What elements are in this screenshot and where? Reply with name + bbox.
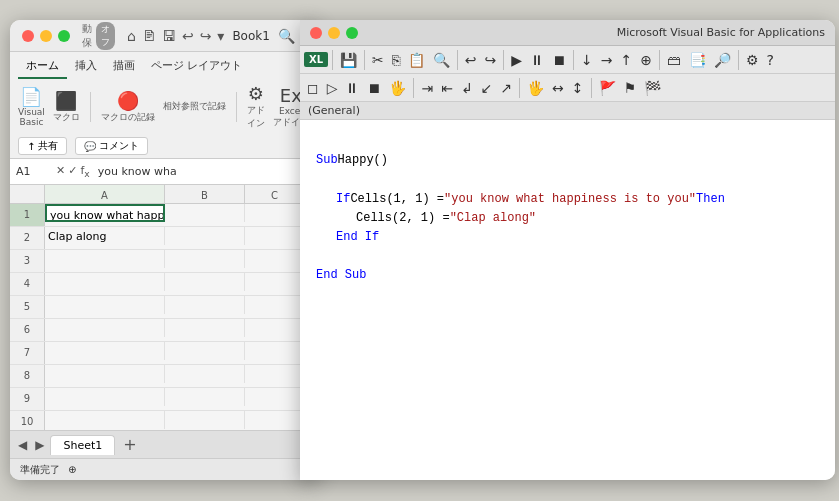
cell-b8[interactable] [165,365,245,383]
search-icon[interactable]: 🔍 [278,28,295,44]
vba-code-area[interactable]: Sub Happy() If Cells(1, 1) = "you know w… [300,120,835,480]
folder-icon[interactable]: 🖹 [142,28,156,44]
tab-layout[interactable]: ページ レイアウト [143,54,251,79]
vba-close-button[interactable] [310,27,322,39]
share-button[interactable]: ↑ 共有 [18,137,67,155]
addin-icon[interactable]: ⚙ [248,83,264,104]
cell-b9[interactable] [165,388,245,406]
cell-b6[interactable] [165,319,245,337]
undo-icon[interactable]: ↩ [182,28,194,44]
cell-c8[interactable] [245,365,305,383]
cell-c1[interactable] [245,204,305,222]
cell-b5[interactable] [165,296,245,314]
tb2-icon-8[interactable]: ↲ [458,78,476,98]
step-into-icon[interactable]: ↓ [578,50,596,70]
comment-button[interactable]: 💬 コメント [75,137,148,155]
cell-a8[interactable] [45,365,165,383]
cell-c9[interactable] [245,388,305,406]
cell-c5[interactable] [245,296,305,314]
tb2-icon-1[interactable]: ◻ [304,78,322,98]
cut-icon[interactable]: ✂ [369,50,387,70]
formula-input[interactable]: you know wha [94,165,314,178]
vba-minimize-button[interactable] [328,27,340,39]
col-header-c[interactable]: C [245,185,305,203]
help-icon[interactable]: ? [764,50,777,70]
cell-b10[interactable] [165,411,245,429]
more1-icon[interactable]: ⚙ [743,50,762,70]
cell-a1[interactable]: you know what happiness is to you [45,204,165,222]
insert-function-icon[interactable]: fx [80,164,89,179]
cell-c4[interactable] [245,273,305,291]
tab-home[interactable]: ホーム [18,54,67,79]
cell-b2[interactable] [165,227,245,245]
tb2-icon-10[interactable]: ↗ [497,78,515,98]
visual-basic-icon[interactable]: 📄 [20,86,42,107]
cancel-formula-icon[interactable]: ✕ [56,164,65,179]
vba-excel-icon[interactable]: XL [304,52,328,67]
tb2-icon-13[interactable]: ↕ [569,78,587,98]
maximize-button[interactable] [58,30,70,42]
tb2-icon-4[interactable]: ⏹ [364,78,384,98]
cell-c10[interactable] [245,411,305,429]
record-icon[interactable]: 🔴 [117,90,139,111]
tb2-icon-5[interactable]: 🖐 [386,78,409,98]
col-header-a[interactable]: A [45,185,165,203]
cell-a4[interactable] [45,273,165,291]
tb2-icon-6[interactable]: ⇥ [418,78,436,98]
cell-b1[interactable] [165,204,245,222]
general-label[interactable]: (General) [308,104,360,117]
tb2-icon-3[interactable]: ⏸ [342,78,362,98]
cell-a9[interactable] [45,388,165,406]
paste-icon[interactable]: 📋 [405,50,428,70]
copy-icon[interactable]: ⎘ [389,50,403,70]
tab-insert[interactable]: 挿入 [67,54,105,79]
close-button[interactable] [22,30,34,42]
object-browser-icon[interactable]: 🔎 [711,50,734,70]
cursor-icon[interactable]: ⊕ [637,50,655,70]
cell-reference[interactable]: A1 [16,165,52,178]
cell-a2[interactable]: Clap along [45,227,165,245]
tb2-icon-16[interactable]: 🏁 [641,78,664,98]
confirm-formula-icon[interactable]: ✓ [68,164,77,179]
props-icon[interactable]: 📑 [686,50,709,70]
tab-draw[interactable]: 描画 [105,54,143,79]
col-header-b[interactable]: B [165,185,245,203]
macro-icon[interactable]: ⬛ [55,90,77,111]
autosave-badge[interactable]: オフ [96,22,115,50]
tb2-icon-11[interactable]: 🖐 [524,78,547,98]
cell-b7[interactable] [165,342,245,360]
cell-b4[interactable] [165,273,245,291]
cell-c2[interactable] [245,227,305,245]
sheet-nav-right[interactable]: ▶ [33,436,46,454]
home-icon[interactable]: ⌂ [127,28,136,44]
add-sheet-button[interactable]: + [119,435,140,454]
step-over-icon[interactable]: → [598,50,616,70]
cell-a10[interactable] [45,411,165,429]
sheet-tab-1[interactable]: Sheet1 [50,435,115,455]
sheet-nav-left[interactable]: ◀ [16,436,29,454]
tb2-icon-7[interactable]: ⇤ [438,78,456,98]
minimize-button[interactable] [40,30,52,42]
cell-c6[interactable] [245,319,305,337]
save-tb-icon[interactable]: 💾 [337,50,360,70]
tb2-icon-14[interactable]: 🚩 [596,78,619,98]
vba-maximize-button[interactable] [346,27,358,39]
project-icon[interactable]: 🗃 [664,50,684,70]
cell-c7[interactable] [245,342,305,360]
tb2-icon-9[interactable]: ↙ [478,78,496,98]
cell-b3[interactable] [165,250,245,268]
save-icon[interactable]: 🖫 [162,28,176,44]
pause-icon[interactable]: ⏸ [527,50,547,70]
cell-c3[interactable] [245,250,305,268]
undo-vba-icon[interactable]: ↩ [462,50,480,70]
more-icon[interactable]: ▾ [217,28,224,44]
redo-icon[interactable]: ↪ [200,28,212,44]
cell-a7[interactable] [45,342,165,360]
run-icon[interactable]: ▶ [508,50,525,70]
tb2-icon-2[interactable]: ▷ [324,78,341,98]
redo-vba-icon[interactable]: ↪ [482,50,500,70]
tb2-icon-12[interactable]: ↔ [549,78,567,98]
find-icon[interactable]: 🔍 [430,50,453,70]
cell-a5[interactable] [45,296,165,314]
tb2-icon-15[interactable]: ⚑ [621,78,640,98]
